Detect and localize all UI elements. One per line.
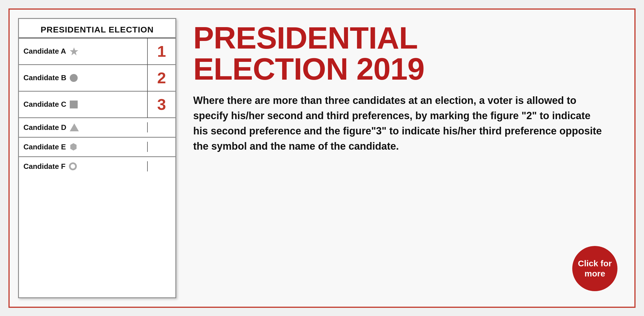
vote-number-b: 2 — [157, 70, 166, 86]
candidate-c-name: Candidate C — [23, 100, 66, 109]
info-panel: PRESIDENTIAL ELECTION 2019 Where there a… — [176, 10, 634, 307]
candidate-f-name: Candidate F — [23, 162, 66, 171]
ballot-row-a: Candidate A 1 — [19, 38, 175, 65]
star-icon — [69, 47, 79, 56]
vote-cell-c: 3 — [147, 91, 175, 117]
triangle-icon — [70, 123, 79, 131]
candidate-a-name: Candidate A — [23, 47, 66, 56]
title-line1: PRESIDENTIAL — [193, 20, 418, 55]
vote-cell-b: 2 — [147, 65, 175, 91]
vote-cell-e — [147, 142, 175, 152]
main-card: PRESIDENTIAL ELECTION Candidate A 1 Cand… — [8, 8, 636, 308]
vote-number-a: 1 — [157, 43, 166, 59]
candidate-c-cell: Candidate C — [19, 95, 147, 114]
ballot-row-d: Candidate D — [19, 118, 175, 138]
vote-cell-d — [147, 122, 175, 132]
vote-cell-a: 1 — [147, 38, 175, 64]
candidate-e-name: Candidate E — [23, 143, 66, 151]
vote-number-c: 3 — [157, 97, 166, 112]
circle-icon — [70, 74, 78, 82]
click-for-more-button[interactable]: Click for more — [572, 246, 617, 291]
square-icon — [70, 101, 78, 108]
candidate-d-cell: Candidate D — [19, 118, 147, 137]
candidate-f-cell: Candidate F — [19, 157, 147, 176]
candidate-e-cell: Candidate E — [19, 138, 147, 156]
ballot-title: PRESIDENTIAL ELECTION — [25, 25, 170, 35]
main-title: PRESIDENTIAL ELECTION 2019 — [193, 22, 617, 84]
candidate-b-cell: Candidate B — [19, 68, 147, 87]
ballot-panel: PRESIDENTIAL ELECTION Candidate A 1 Cand… — [18, 18, 176, 298]
ballot-row-f: Candidate F — [19, 157, 175, 176]
ballot-row-e: Candidate E — [19, 138, 175, 157]
candidate-a-cell: Candidate A — [19, 42, 147, 61]
svg-marker-1 — [70, 143, 77, 151]
ring-icon — [69, 162, 77, 170]
vote-cell-f — [147, 161, 175, 171]
title-line2: ELECTION 2019 — [193, 51, 424, 86]
ballot-row-c: Candidate C 3 — [19, 91, 175, 118]
ballot-row-b: Candidate B 2 — [19, 65, 175, 91]
description-text: Where there are more than three candidat… — [193, 93, 603, 154]
hexagon-icon — [69, 143, 78, 151]
candidate-b-name: Candidate B — [23, 73, 66, 82]
svg-marker-0 — [70, 47, 78, 55]
candidate-d-name: Candidate D — [23, 123, 66, 132]
ballot-header: PRESIDENTIAL ELECTION — [19, 19, 175, 38]
